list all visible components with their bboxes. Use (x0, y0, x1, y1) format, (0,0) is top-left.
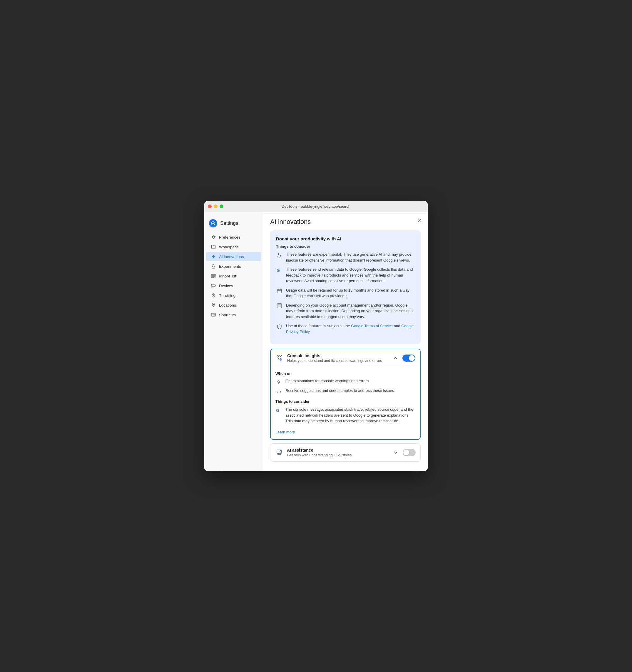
considerations-title: Things to consider (275, 399, 415, 404)
settings-logo (209, 219, 217, 227)
info-text-4: Use of these features is subject to the … (286, 323, 415, 335)
svg-rect-4 (211, 276, 216, 276)
info-text-2: Usage data will be retained for up to 18… (286, 287, 415, 299)
ai-assistance-info: AI assistance Get help with understandin… (287, 448, 388, 457)
ignore-icon (211, 273, 216, 279)
sidebar-item-experiments[interactable]: Experiments (206, 262, 261, 271)
window-title: DevTools - bubble-jingle.web.app/search (282, 204, 350, 209)
console-insights-header: Console Insights Helps you understand an… (271, 349, 420, 367)
sidebar-item-label: Ignore list (219, 274, 236, 278)
svg-rect-5 (211, 277, 214, 278)
svg-rect-7 (211, 284, 214, 286)
sidebar-item-label: Throttling (219, 293, 235, 298)
page-title: AI innovations (270, 218, 421, 226)
titlebar: DevTools - bubble-jingle.web.app/search (204, 201, 428, 212)
list-icon (276, 303, 282, 309)
svg-point-37 (278, 381, 280, 383)
consideration-0: G The console message, associated stack … (275, 407, 415, 424)
console-insights-name: Console Insights (287, 353, 388, 358)
ai-assistance-desc: Get help with understanding CSS styles (287, 453, 388, 457)
toggle-thumb (409, 355, 415, 361)
gear-icon (211, 235, 216, 240)
svg-point-12 (213, 304, 214, 305)
tos-link[interactable]: Google Terms of Service (351, 323, 393, 328)
console-insights-desc: Helps you understand and fix console war… (287, 359, 388, 363)
info-text-3: Depending on your Google account managem… (286, 303, 415, 320)
flask-icon (211, 264, 216, 269)
calendar-icon (276, 288, 282, 294)
folder-icon (211, 244, 216, 249)
traffic-lights (208, 205, 223, 208)
keyboard-icon (211, 312, 216, 317)
console-insights-toggle[interactable] (402, 355, 415, 362)
sidebar-item-label: Preferences (219, 235, 241, 240)
sparkle-icon (211, 254, 216, 259)
main-content: ✕ AI innovations Boost your productivity… (263, 212, 428, 471)
svg-rect-8 (214, 285, 216, 286)
privacy-link[interactable]: Google Privacy Policy (286, 323, 413, 334)
info-item-0: These features are experimental. They us… (276, 251, 415, 263)
svg-point-30 (278, 356, 281, 359)
info-item-3: Depending on your Google account managem… (276, 303, 415, 320)
sidebar-item-shortcuts[interactable]: Shortcuts (206, 310, 261, 319)
google-icon-2: G (275, 407, 282, 413)
sidebar-item-ignore-list[interactable]: Ignore list (206, 271, 261, 281)
info-item-4: Use of these features is subject to the … (276, 323, 415, 335)
info-card-subtitle: Things to consider (276, 244, 415, 248)
ai-assistance-name: AI assistance (287, 448, 388, 453)
benefit-text-0: Get explanations for console warnings an… (285, 379, 369, 383)
sidebar-item-label: Shortcuts (219, 313, 236, 317)
sidebar-item-label: AI innovations (219, 255, 244, 259)
info-item-2: Usage data will be retained for up to 18… (276, 287, 415, 299)
devices-icon (211, 283, 216, 288)
shield-icon (276, 323, 282, 330)
info-item-1: G These features send relevant data to G… (276, 267, 415, 284)
benefit-item-0: Get explanations for console warnings an… (275, 379, 415, 385)
ai-assistance-actions (391, 448, 416, 457)
sidebar-item-label: Workspace (219, 245, 239, 249)
toggle-thumb (403, 450, 409, 455)
maximize-traffic-light[interactable] (220, 205, 223, 208)
code-icon (275, 389, 282, 395)
info-text-1: These features send relevant data to Goo… (286, 267, 415, 284)
benefit-text-1: Receive suggestions and code samples to … (285, 388, 394, 393)
close-button[interactable]: ✕ (416, 217, 423, 224)
minimize-traffic-light[interactable] (214, 205, 218, 208)
sidebar-item-label: Locations (219, 303, 236, 308)
ai-assistance-icon (275, 448, 283, 457)
svg-line-32 (277, 355, 278, 356)
sidebar-title: Settings (220, 220, 238, 226)
chevron-down-button[interactable] (391, 448, 400, 457)
svg-rect-22 (277, 289, 282, 293)
sidebar-item-workspace[interactable]: Workspace (206, 242, 261, 251)
console-insights-expanded: When on Get explanations for console war… (271, 367, 420, 439)
location-icon (211, 303, 216, 308)
ai-assistance-card: AI assistance Get help with understandin… (270, 443, 421, 462)
sidebar-item-label: Devices (219, 284, 233, 288)
sidebar-item-devices[interactable]: Devices (206, 281, 261, 290)
bulb-icon (275, 379, 282, 385)
experimental-icon (276, 252, 282, 258)
info-card: Boost your productivity with AI Things t… (270, 231, 421, 344)
ai-assistance-header: AI assistance Get help with understandin… (271, 444, 420, 461)
sidebar-item-ai-innovations[interactable]: AI innovations (206, 252, 261, 261)
settings-window: DevTools - bubble-jingle.web.app/search … (204, 201, 428, 471)
sidebar: Settings Preferences Workspace (204, 212, 263, 471)
sidebar-item-label: Experiments (219, 264, 241, 269)
info-text-0: These features are experimental. They us… (286, 251, 415, 263)
info-card-title: Boost your productivity with AI (276, 236, 415, 241)
console-insights-card: Console Insights Helps you understand an… (270, 349, 421, 440)
sidebar-item-preferences[interactable]: Preferences (206, 233, 261, 242)
sidebar-header: Settings (204, 217, 263, 232)
close-traffic-light[interactable] (208, 205, 212, 208)
svg-line-31 (281, 355, 282, 356)
learn-more-link[interactable]: Learn more (275, 430, 295, 434)
sidebar-item-locations[interactable]: Locations (206, 301, 261, 310)
ai-assistance-toggle[interactable] (403, 449, 416, 456)
chevron-up-button[interactable] (391, 354, 400, 362)
svg-rect-3 (211, 274, 216, 275)
svg-point-1 (212, 223, 214, 224)
sidebar-item-throttling[interactable]: Throttling (206, 291, 261, 300)
google-icon-1: G (276, 267, 282, 273)
window-content: Settings Preferences Workspace (204, 212, 428, 471)
